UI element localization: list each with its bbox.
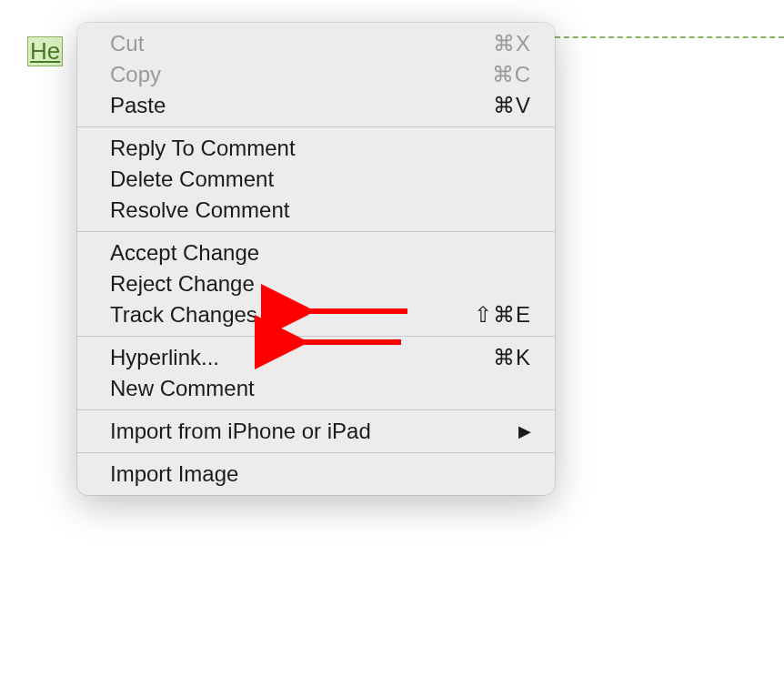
menu-shortcut: ⌘K [493,345,531,370]
menu-label: Resolve Comment [110,197,531,223]
menu-label: Track Changes [110,302,474,328]
menu-item-copy[interactable]: Copy ⌘C [77,59,555,90]
menu-item-reject-change[interactable]: Reject Change [77,268,555,299]
menu-label: Import Image [110,461,531,487]
menu-item-delete-comment[interactable]: Delete Comment [77,164,555,195]
menu-separator [77,231,555,232]
menu-label: Import from iPhone or iPad [110,419,518,444]
menu-item-new-comment[interactable]: New Comment [77,373,555,404]
menu-separator [77,452,555,453]
comment-connector-line [555,36,784,38]
submenu-arrow-icon: ▶ [518,421,531,441]
menu-label: Delete Comment [110,167,531,192]
menu-separator [77,409,555,410]
menu-label: Reject Change [110,271,531,297]
menu-label: New Comment [110,376,531,401]
menu-item-accept-change[interactable]: Accept Change [77,237,555,268]
menu-item-reply-comment[interactable]: Reply To Comment [77,133,555,164]
menu-item-resolve-comment[interactable]: Resolve Comment [77,195,555,226]
context-menu: Cut ⌘X Copy ⌘C Paste ⌘V Reply To Comment… [77,23,555,495]
menu-label: Cut [110,31,493,56]
menu-item-import-image[interactable]: Import Image [77,459,555,490]
menu-separator [77,126,555,127]
menu-shortcut: ⌘C [492,62,531,87]
menu-item-hyperlink[interactable]: Hyperlink... ⌘K [77,342,555,373]
menu-label: Copy [110,62,492,87]
menu-item-track-changes[interactable]: Track Changes ⇧⌘E [77,299,555,330]
menu-label: Paste [110,93,493,118]
menu-item-import-device[interactable]: Import from iPhone or iPad ▶ [77,416,555,447]
tracked-change-text[interactable]: He [27,36,63,66]
menu-item-paste[interactable]: Paste ⌘V [77,90,555,121]
menu-label: Hyperlink... [110,345,493,370]
menu-shortcut: ⌘X [493,31,531,56]
menu-shortcut: ⇧⌘E [474,302,531,328]
menu-separator [77,336,555,337]
menu-label: Reply To Comment [110,136,531,161]
menu-shortcut: ⌘V [493,93,531,118]
menu-label: Accept Change [110,240,531,266]
menu-item-cut[interactable]: Cut ⌘X [77,28,555,59]
